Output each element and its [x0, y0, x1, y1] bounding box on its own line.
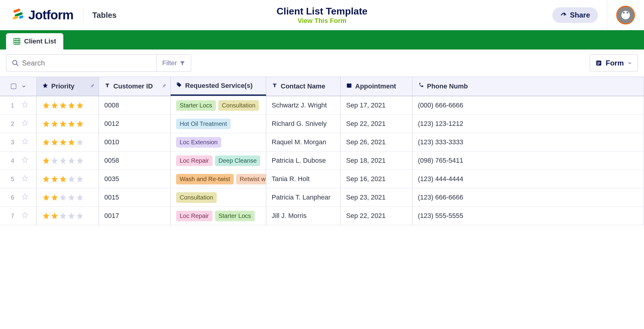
contact-cell[interactable]: Patricia L. Dubose	[266, 152, 341, 170]
service-tag[interactable]: Deep Cleanse	[215, 155, 260, 166]
pin-icon[interactable]	[161, 82, 167, 90]
star-rating[interactable]	[42, 193, 84, 201]
customer-id-cell[interactable]: 0008	[99, 96, 171, 114]
service-tag[interactable]: Wash and Re-twist	[176, 174, 234, 184]
star-rating[interactable]	[42, 101, 84, 109]
customer-id-cell[interactable]: 0017	[99, 207, 171, 225]
table-row[interactable]: 20012Hot Oil TreatmentRichard G. Snively…	[0, 115, 644, 133]
filter-button[interactable]: Filter	[157, 54, 191, 72]
brand-logo[interactable]: Jotform	[12, 8, 73, 22]
row-favorite-star[interactable]	[21, 101, 29, 110]
row-index-cell[interactable]: 7	[0, 207, 37, 225]
row-favorite-star[interactable]	[21, 119, 29, 128]
services-cell[interactable]: Loc RepairDeep Cleanse	[171, 152, 266, 170]
service-tag[interactable]: Starter Locs	[215, 211, 255, 221]
phone-cell[interactable]: (123) 123-1212	[412, 115, 644, 133]
phone-cell[interactable]: (123) 666-6666	[412, 188, 644, 206]
service-tag[interactable]: Hot Oil Treatment	[176, 119, 231, 129]
service-tag[interactable]: Retwist w	[236, 174, 266, 184]
priority-cell[interactable]	[37, 207, 99, 225]
appointment-cell[interactable]: Sep 17, 2021	[341, 96, 412, 114]
tab-client-list[interactable]: Client List	[6, 33, 63, 50]
table-row[interactable]: 30010Loc ExtensionRaquel M. MorganSep 26…	[0, 133, 644, 152]
share-button[interactable]: Share	[552, 7, 598, 23]
service-tag[interactable]: Loc Extension	[176, 137, 221, 148]
row-favorite-star[interactable]	[21, 211, 29, 220]
pin-icon[interactable]	[90, 82, 95, 90]
services-cell[interactable]: Consultation	[171, 188, 266, 206]
row-index-cell[interactable]: 3	[0, 133, 37, 151]
customer-id-cell[interactable]: 0010	[99, 133, 171, 151]
star-rating[interactable]	[42, 157, 84, 164]
priority-cell[interactable]	[37, 96, 99, 114]
services-cell[interactable]: Loc RepairStarter Locs	[171, 207, 266, 225]
nav-tables[interactable]: Tables	[92, 11, 116, 20]
contact-cell[interactable]: Raquel M. Morgan	[266, 133, 341, 151]
view-form-link[interactable]: View This Form	[276, 17, 368, 25]
customer-id-cell[interactable]: 0012	[99, 115, 171, 133]
phone-cell[interactable]: (123) 444-4444	[412, 170, 644, 188]
phone-cell[interactable]: (123) 555-5555	[412, 207, 644, 225]
priority-cell[interactable]	[37, 133, 99, 151]
appointment-cell[interactable]: Sep 23, 2021	[341, 188, 412, 206]
row-index-cell[interactable]: 2	[0, 115, 37, 133]
star-rating[interactable]	[42, 120, 84, 128]
contact-cell[interactable]: Richard G. Snively	[266, 115, 341, 133]
priority-cell[interactable]	[37, 115, 99, 133]
phone-cell[interactable]: (123) 333-3333	[412, 133, 644, 151]
appointment-cell[interactable]: Sep 18, 2021	[341, 152, 412, 170]
table-row[interactable]: 60015ConsultationPatricia T. LanphearSep…	[0, 188, 644, 207]
customer-id-cell[interactable]: 0015	[99, 188, 171, 206]
row-index-cell[interactable]: 1	[0, 96, 37, 114]
priority-cell[interactable]	[37, 188, 99, 206]
appointment-cell[interactable]: Sep 22, 2021	[341, 115, 412, 133]
services-cell[interactable]: Hot Oil Treatment	[171, 115, 266, 133]
header-priority[interactable]: Priority	[37, 77, 99, 96]
services-cell[interactable]: Wash and Re-twistRetwist w	[171, 170, 266, 188]
row-favorite-star[interactable]	[21, 193, 29, 202]
appointment-cell[interactable]: Sep 16, 2021	[341, 170, 412, 188]
customer-id-cell[interactable]: 0058	[99, 152, 171, 170]
row-index-cell[interactable]: 6	[0, 188, 37, 206]
table-row[interactable]: 10008Starter LocsConsultationSchwartz J.…	[0, 96, 644, 115]
star-rating[interactable]	[42, 212, 84, 220]
avatar[interactable]	[616, 6, 635, 24]
service-tag[interactable]: Consultation	[218, 100, 259, 111]
service-tag[interactable]: Loc Repair	[176, 155, 213, 166]
header-services[interactable]: Requested Service(s)	[171, 77, 266, 96]
header-select-all[interactable]	[0, 77, 37, 96]
row-index-cell[interactable]: 5	[0, 170, 37, 188]
customer-id-cell[interactable]: 0035	[99, 170, 171, 188]
star-rating[interactable]	[42, 138, 84, 146]
service-tag[interactable]: Starter Locs	[176, 100, 216, 111]
header-contact[interactable]: Contact Name	[266, 77, 341, 96]
search-box[interactable]	[6, 54, 157, 72]
header-phone[interactable]: Phone Numb	[412, 77, 644, 96]
row-favorite-star[interactable]	[21, 156, 29, 165]
priority-cell[interactable]	[37, 152, 99, 170]
form-view-button[interactable]: Form	[590, 54, 638, 72]
services-cell[interactable]: Starter LocsConsultation	[171, 96, 266, 114]
header-customer-id[interactable]: Customer ID	[99, 77, 171, 96]
star-rating[interactable]	[42, 175, 84, 183]
row-favorite-star[interactable]	[21, 138, 29, 147]
contact-cell[interactable]: Patricia T. Lanphear	[266, 188, 341, 206]
chevron-down-icon[interactable]	[21, 84, 27, 89]
row-index-cell[interactable]: 4	[0, 152, 37, 170]
contact-cell[interactable]: Schwartz J. Wright	[266, 96, 341, 114]
services-cell[interactable]: Loc Extension	[171, 133, 266, 151]
contact-cell[interactable]: Tania R. Holt	[266, 170, 341, 188]
table-row[interactable]: 50035Wash and Re-twistRetwist wTania R. …	[0, 170, 644, 188]
checkbox-icon[interactable]	[10, 83, 17, 90]
service-tag[interactable]: Consultation	[176, 192, 217, 203]
search-input[interactable]	[22, 59, 151, 67]
appointment-cell[interactable]: Sep 26, 2021	[341, 133, 412, 151]
header-appointment[interactable]: Appointment	[341, 77, 412, 96]
table-row[interactable]: 70017Loc RepairStarter LocsJill J. Morri…	[0, 207, 644, 225]
table-row[interactable]: 40058Loc RepairDeep CleansePatricia L. D…	[0, 152, 644, 170]
appointment-cell[interactable]: Sep 22, 2021	[341, 207, 412, 225]
phone-cell[interactable]: (000) 666-6666	[412, 96, 644, 114]
contact-cell[interactable]: Jill J. Morris	[266, 207, 341, 225]
phone-cell[interactable]: (098) 765-5411	[412, 152, 644, 170]
row-favorite-star[interactable]	[21, 174, 29, 184]
